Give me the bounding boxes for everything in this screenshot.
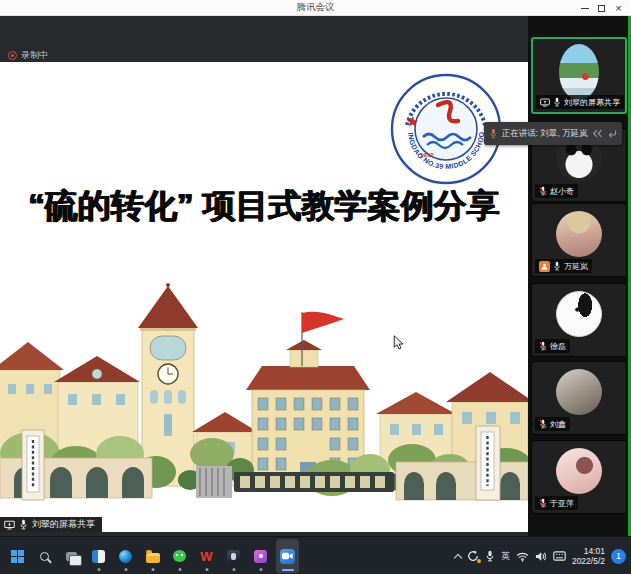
meeting-window: 录制中 QINGDAO NO.39 MIDDLE SCHOOL — [0, 16, 631, 536]
taskbar-app-media[interactable] — [222, 539, 245, 573]
participants-sidebar[interactable]: 刘翠的屏幕共享 赵小奇 万延岚 — [528, 16, 631, 536]
logo-year: 1952 — [420, 152, 434, 158]
hidden-icons-chevron-icon[interactable] — [454, 553, 462, 561]
participant-name: 刘翠的屏幕共享 — [564, 97, 620, 108]
participant-tile[interactable]: 万延岚 — [531, 203, 627, 277]
minimize-icon — [581, 8, 589, 9]
design-app-icon — [254, 550, 267, 563]
slide-title: “硫的转化” 项目式教学案例分享 — [0, 184, 528, 229]
search-icon — [40, 552, 49, 561]
participant-tile[interactable]: 徐磊 — [531, 283, 627, 357]
mic-icon — [553, 97, 561, 107]
participant-name: 赵小奇 — [550, 186, 574, 197]
presentation-slide: QINGDAO NO.39 MIDDLE SCHOOL 1952 “硫的转化” … — [0, 62, 528, 532]
window-controls: × — [576, 0, 627, 16]
participant-name: 万延岚 — [564, 261, 588, 272]
screen-share-banner: 刘翠的屏幕共享 — [0, 517, 102, 532]
participant-name: 于亚萍 — [550, 498, 574, 509]
running-indicator — [178, 568, 181, 571]
speaking-toast-label: 正在讲话: 刘翠, 万延岚 — [502, 128, 588, 140]
window-titlebar: 腾讯会议 × — [0, 0, 631, 16]
mic-muted-icon — [539, 498, 547, 508]
wifi-icon[interactable] — [516, 551, 529, 562]
avatar-photo — [556, 369, 602, 415]
audio-waves-icon — [592, 129, 604, 138]
active-app-indicator — [282, 569, 294, 571]
participant-label: 万延岚 — [535, 259, 592, 273]
running-indicator — [97, 568, 100, 571]
participant-label: 赵小奇 — [535, 184, 578, 198]
shared-screen-stage: 录制中 QINGDAO NO.39 MIDDLE SCHOOL — [0, 16, 528, 536]
maximize-icon — [598, 5, 605, 12]
screen-share-icon — [4, 520, 15, 530]
taskbar-app-wechat[interactable] — [168, 539, 191, 573]
clock[interactable]: 14:01 2022/5/2 — [572, 546, 605, 566]
avatar-scenery — [559, 44, 599, 100]
taskbar-app-edge[interactable] — [114, 539, 137, 573]
window-title: 腾讯会议 — [0, 1, 631, 14]
tray-date: 2022/5/2 — [572, 556, 605, 566]
mic-icon — [553, 261, 561, 271]
input-language-indicator[interactable]: 英 — [501, 550, 510, 563]
close-button[interactable]: × — [610, 1, 627, 15]
system-tray: 英 14:01 2022/5/2 1 — [455, 537, 626, 574]
share-banner-label: 刘翠的屏幕共享 — [32, 518, 95, 531]
start-button[interactable] — [6, 539, 29, 573]
taskbar-app-explorer[interactable] — [141, 539, 164, 573]
wechat-icon — [173, 550, 186, 562]
notification-badge[interactable]: 1 — [611, 549, 626, 564]
recording-label: 录制中 — [21, 49, 48, 62]
task-view-button[interactable] — [60, 539, 83, 573]
maximize-button[interactable] — [593, 1, 610, 15]
running-indicator — [259, 568, 262, 571]
minimize-button[interactable] — [576, 1, 593, 15]
sync-status-icon[interactable] — [467, 550, 479, 562]
participant-label: 刘翠的屏幕共享 — [536, 95, 624, 109]
person-icon — [541, 263, 548, 270]
participant-name: 刘鑫 — [550, 419, 566, 430]
participant-tile[interactable]: 于亚萍 — [531, 440, 627, 514]
windows-logo-icon — [11, 550, 24, 563]
campus-illustration — [0, 282, 528, 532]
taskbar-app-wps[interactable]: W — [195, 539, 218, 573]
host-badge — [539, 261, 550, 272]
taskbar: W 英 — [0, 536, 631, 574]
volume-icon[interactable] — [535, 551, 547, 562]
tray-time: 14:01 — [572, 546, 605, 556]
edge-browser-icon — [119, 550, 132, 563]
participant-label: 刘鑫 — [535, 417, 570, 431]
taskbar-app-design[interactable] — [249, 539, 272, 573]
running-indicator — [151, 568, 154, 571]
running-indicator — [124, 568, 127, 571]
touch-keyboard-icon[interactable] — [553, 551, 566, 561]
taskbar-search-button[interactable] — [33, 539, 56, 573]
close-icon: × — [615, 3, 621, 14]
media-app-icon — [227, 550, 240, 563]
speaking-toast: 正在讲话: 刘翠, 万延岚 — [484, 122, 622, 145]
mic-icon — [19, 519, 28, 530]
mic-muted-icon — [539, 341, 547, 351]
red-flag — [302, 312, 344, 333]
participant-tile-sharer[interactable]: 刘翠的屏幕共享 — [531, 37, 627, 114]
avatar-snoopy — [556, 291, 602, 337]
taskbar-app-tencent-meeting[interactable] — [276, 539, 299, 573]
screen-share-icon — [540, 98, 550, 107]
recording-indicator: 录制中 — [8, 49, 48, 62]
taskbar-app-photos[interactable] — [87, 539, 110, 573]
avatar-illustration — [556, 448, 602, 494]
participant-tile[interactable]: 刘鑫 — [531, 361, 627, 435]
avatar-child — [556, 211, 602, 257]
taskbar-apps: W — [6, 539, 299, 573]
recording-icon — [8, 51, 17, 60]
participant-label: 徐磊 — [535, 339, 570, 353]
microphone-tray-icon[interactable] — [485, 550, 495, 562]
photos-app-icon — [92, 550, 105, 563]
task-view-icon — [66, 552, 77, 561]
participant-name: 徐磊 — [550, 341, 566, 352]
running-indicator — [232, 568, 235, 571]
mic-muted-icon — [539, 186, 547, 196]
running-indicator — [205, 568, 208, 571]
participant-label: 于亚萍 — [535, 496, 578, 510]
sync-alert-dot — [477, 559, 481, 563]
reply-arrow-icon[interactable] — [607, 129, 617, 139]
